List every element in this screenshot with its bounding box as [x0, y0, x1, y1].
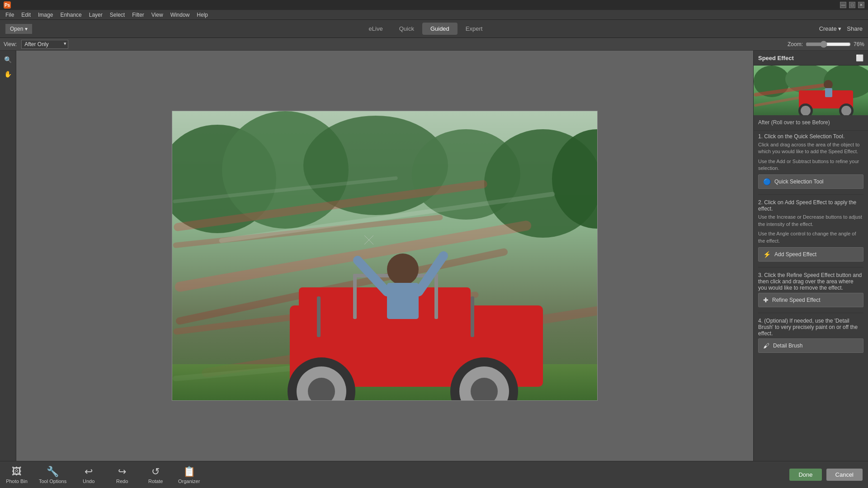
menu-window[interactable]: Window: [167, 11, 193, 19]
add-speed-effect-button[interactable]: ⚡ Add Speed Effect: [758, 247, 863, 262]
quick-selection-icon: 🔵: [763, 178, 771, 185]
divider-2: [758, 267, 863, 267]
step-3: 3. Click the Refine Speed Effect button …: [754, 269, 868, 311]
tool-options-icon: 🔧: [47, 466, 59, 478]
divider-1: [758, 194, 863, 195]
svg-rect-48: [825, 88, 832, 97]
rollover-text: After (Roll over to see Before): [758, 119, 830, 126]
menu-edit[interactable]: Edit: [18, 11, 34, 19]
left-tools: 🔍 ✋: [0, 51, 16, 461]
detail-brush-label: Detail Brush: [773, 343, 802, 349]
app-icon: Ps: [4, 1, 11, 9]
undo-tool[interactable]: ↩ Undo: [77, 466, 100, 484]
image-container: After ×: [172, 111, 598, 401]
step2-desc2: Use the Angle control to change the angl…: [758, 230, 863, 244]
step2-title: 2. Click on Add Speed Effect to apply th…: [758, 199, 863, 212]
tab-quick[interactable]: Quick: [391, 23, 422, 35]
refine-speed-label: Refine Speed Effect: [772, 297, 821, 303]
undo-label: Undo: [83, 479, 94, 484]
step1-title: 1. Click on the Quick Selection Tool.: [758, 133, 863, 140]
redo-tool[interactable]: ↪ Redo: [111, 466, 133, 484]
redo-icon: ↪: [118, 466, 126, 478]
menu-view[interactable]: View: [148, 11, 167, 19]
svg-point-46: [841, 106, 851, 115]
create-button[interactable]: Create ▾: [819, 25, 842, 32]
step4-title: 4. (Optional) If needed, use the 'Detail…: [758, 318, 863, 337]
step3-title: 3. Click the Refine Speed Effect button …: [758, 272, 863, 291]
add-speed-icon: ⚡: [763, 251, 771, 258]
svg-rect-22: [317, 296, 321, 337]
menu-enhance[interactable]: Enhance: [57, 11, 85, 19]
toolbarrow: View: After Only Before Only Before & Af…: [0, 38, 868, 51]
menu-file[interactable]: File: [2, 11, 18, 19]
panel-description: After (Roll over to see Before): [754, 115, 868, 131]
step1-desc2: Use the Add or Subtract buttons to refin…: [758, 158, 863, 172]
refine-speed-effect-button[interactable]: ✚ Refine Speed Effect: [758, 293, 863, 307]
share-button[interactable]: Share: [847, 25, 863, 32]
organizer-label: Organizer: [178, 479, 200, 484]
photo-bin-icon: 🖼: [12, 466, 22, 478]
panel-title: Speed Effect: [758, 55, 794, 61]
maximize-button[interactable]: □: [849, 2, 855, 8]
quick-selection-tool-button[interactable]: 🔵 Quick Selection Tool: [758, 174, 863, 189]
rotate-tool[interactable]: ↺ Rotate: [144, 466, 167, 484]
tab-expert[interactable]: Expert: [458, 23, 491, 35]
zoom-slider[interactable]: [806, 41, 851, 48]
svg-rect-19: [353, 274, 357, 319]
cancel-button[interactable]: Cancel: [826, 469, 863, 481]
svg-point-44: [801, 106, 811, 115]
panel-restore-icon[interactable]: ⬜: [856, 54, 863, 61]
view-select[interactable]: After Only Before Only Before & After: [21, 40, 68, 49]
zoom-value: 76%: [854, 41, 864, 47]
zoom-tool[interactable]: 🔍: [2, 53, 14, 66]
hand-tool[interactable]: ✋: [2, 68, 14, 80]
right-panel: Speed Effect ⬜: [753, 51, 868, 461]
menubar: File Edit Image Enhance Layer Select Fil…: [0, 10, 868, 20]
tab-guided[interactable]: Guided: [422, 23, 458, 35]
svg-rect-31: [387, 283, 419, 319]
menu-layer[interactable]: Layer: [85, 11, 106, 19]
thumbnail-svg: [754, 66, 868, 115]
svg-rect-18: [299, 287, 471, 346]
detail-brush-icon: 🖌: [763, 342, 769, 349]
rotate-label: Rotate: [148, 479, 163, 484]
step-1: 1. Click on the Quick Selection Tool. Cl…: [754, 131, 868, 193]
menu-filter[interactable]: Filter: [128, 11, 148, 19]
zoom-label: Zoom:: [788, 41, 803, 47]
step-2: 2. Click on Add Speed Effect to apply th…: [754, 197, 868, 265]
tool-options-tool[interactable]: 🔧 Tool Options: [39, 466, 66, 484]
menu-help[interactable]: Help: [193, 11, 212, 19]
close-window-button[interactable]: ✕: [858, 2, 864, 8]
step2-desc: Use the Increase or Decrease buttons to …: [758, 214, 863, 228]
organizer-tool[interactable]: 📋 Organizer: [178, 466, 200, 484]
bottom-right-buttons: Done Cancel: [789, 469, 863, 481]
menu-select[interactable]: Select: [106, 11, 128, 19]
open-button[interactable]: Open ▾: [5, 24, 32, 34]
redo-label: Redo: [116, 479, 128, 484]
organizer-icon: 📋: [183, 466, 195, 478]
minimize-button[interactable]: —: [840, 2, 846, 8]
photo-bin-label: Photo Bin: [6, 479, 28, 484]
divider-3: [758, 313, 863, 313]
step-4: 4. (Optional) If needed, use the 'Detail…: [754, 315, 868, 357]
menu-image[interactable]: Image: [34, 11, 57, 19]
svg-rect-20: [434, 274, 438, 319]
done-button[interactable]: Done: [789, 469, 821, 481]
canvas-svg: [172, 111, 597, 400]
svg-rect-23: [471, 296, 474, 337]
canvas-area: After ×: [16, 51, 753, 461]
bottombar: 🖼 Photo Bin 🔧 Tool Options ↩ Undo ↪ Redo…: [0, 461, 868, 488]
photo-bin-tool[interactable]: 🖼 Photo Bin: [5, 466, 28, 484]
quick-selection-label: Quick Selection Tool: [774, 178, 824, 185]
detail-brush-button[interactable]: 🖌 Detail Brush: [758, 338, 863, 353]
undo-icon: ↩: [85, 466, 93, 478]
panel-header: Speed Effect ⬜: [754, 51, 868, 66]
photo-canvas: [172, 111, 597, 400]
step1-desc: Click and drag across the area of the ob…: [758, 141, 863, 155]
svg-point-30: [387, 253, 419, 285]
view-label: View:: [4, 41, 17, 47]
main-layout: 🔍 ✋ After ×: [0, 51, 868, 461]
tool-options-label: Tool Options: [39, 479, 66, 484]
modebar: Open ▾ eLive Quick Guided Expert Create …: [0, 20, 868, 38]
tab-elive[interactable]: eLive: [361, 23, 391, 35]
